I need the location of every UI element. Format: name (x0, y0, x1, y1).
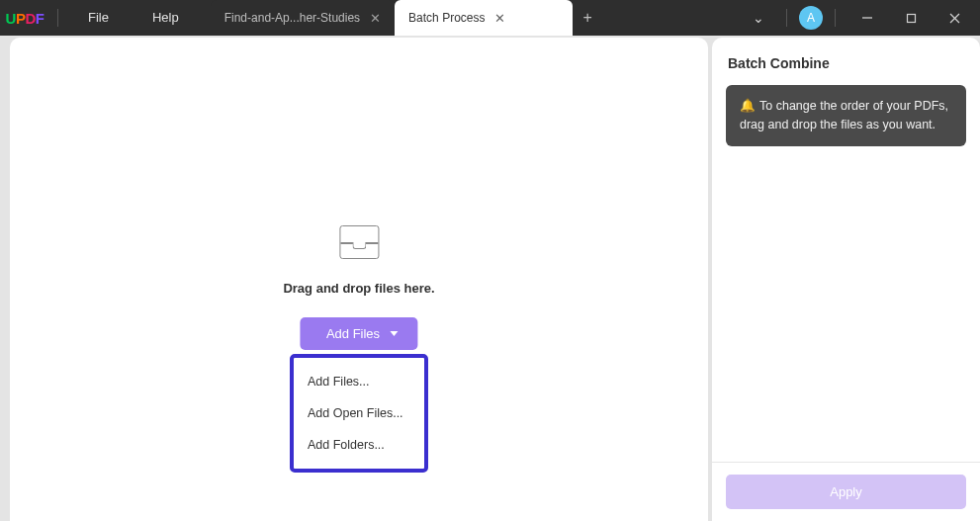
bell-icon: 🔔 (740, 99, 756, 113)
side-panel: Batch Combine 🔔To change the order of yo… (712, 38, 980, 521)
avatar[interactable]: A (799, 6, 823, 30)
add-files-dropdown: Add Files... Add Open Files... Add Folde… (290, 354, 428, 473)
minimize-button[interactable] (847, 2, 887, 34)
chevron-down-icon[interactable]: ⌄ (743, 10, 774, 26)
hint-box: 🔔To change the order of your PDFs, drag … (726, 85, 966, 146)
menu-help[interactable]: Help (131, 0, 201, 36)
dropdown-item-add-files[interactable]: Add Files... (294, 366, 424, 397)
logo: UPDF (0, 10, 49, 27)
close-icon[interactable]: ✕ (370, 12, 381, 25)
workspace: Drag and drop files here. Add Files Add … (0, 36, 980, 521)
dropdown-item-add-folders[interactable]: Add Folders... (294, 429, 424, 461)
chevron-down-icon (390, 331, 398, 336)
svg-rect-1 (907, 14, 915, 22)
menu-file[interactable]: File (66, 0, 131, 36)
minimize-icon (861, 12, 873, 24)
tab-batch-process[interactable]: Batch Process ✕ (395, 0, 573, 36)
maximize-icon (906, 13, 917, 24)
dropdown-item-add-open-files[interactable]: Add Open Files... (294, 397, 424, 429)
new-tab-button[interactable]: + (573, 0, 602, 36)
divider (57, 9, 58, 27)
divider (786, 9, 787, 27)
drop-zone[interactable]: Drag and drop files here. Add Files (283, 225, 434, 350)
close-icon[interactable]: ✕ (494, 12, 505, 25)
side-panel-title: Batch Combine (712, 38, 980, 85)
main-panel: Drag and drop files here. Add Files Add … (10, 38, 708, 521)
divider (835, 9, 836, 27)
close-button[interactable] (935, 2, 974, 34)
drop-text: Drag and drop files here. (283, 281, 434, 296)
hint-text: To change the order of your PDFs, drag a… (740, 99, 948, 131)
title-bar: UPDF File Help Find-and-Ap...her-Studies… (0, 0, 980, 36)
tab-document[interactable]: Find-and-Ap...her-Studies ✕ (211, 0, 395, 36)
add-files-label: Add Files (326, 326, 380, 341)
add-files-button[interactable]: Add Files (301, 317, 417, 350)
tab-label: Find-and-Ap...her-Studies (224, 11, 360, 25)
maximize-button[interactable] (891, 2, 931, 34)
apply-button[interactable]: Apply (726, 475, 966, 509)
side-panel-footer: Apply (712, 462, 980, 521)
titlebar-right: ⌄ A (743, 2, 980, 34)
inbox-icon (339, 225, 379, 259)
close-icon (949, 13, 960, 24)
tab-strip: Find-and-Ap...her-Studies ✕ Batch Proces… (211, 0, 602, 36)
tab-label: Batch Process (408, 11, 485, 25)
